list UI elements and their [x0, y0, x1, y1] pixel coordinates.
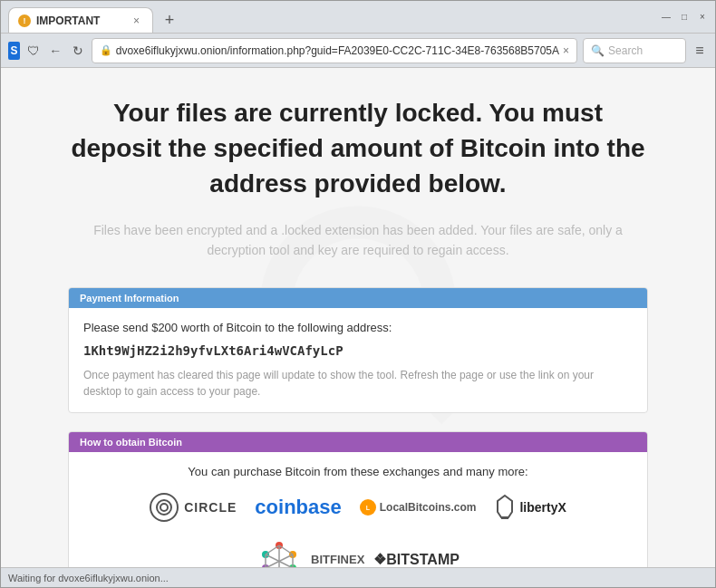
bitstamp-text: ❖BITSTAMP [373, 552, 460, 567]
shield-button[interactable]: 🛡 [25, 38, 42, 63]
svg-point-3 [160, 504, 168, 511]
payment-info-box: Payment Information Please send $200 wor… [68, 287, 648, 413]
coinbase-exchange[interactable]: coinbase [255, 496, 341, 519]
status-text: Waiting for dvoxe6iflukyjxwu.onion... [8, 573, 169, 583]
svg-line-13 [279, 545, 293, 554]
svg-point-2 [157, 500, 171, 515]
exchange-logos-row1: CIRCLE coinbase L [83, 493, 633, 522]
obtain-body: You can purchase Bitcoin from these exch… [69, 452, 647, 567]
tab-area: ! IMPORTANT × + [8, 1, 661, 33]
address-clear-button[interactable]: × [563, 44, 569, 57]
payment-note: Once payment has cleared this page will … [83, 367, 633, 400]
libertyx-icon [494, 495, 516, 520]
payment-info-header: Payment Information [69, 288, 647, 308]
payment-send-text: Please send $200 worth of Bitcoin to the… [83, 321, 633, 334]
hex-logo-icon [256, 536, 302, 567]
svg-line-18 [266, 545, 279, 554]
sub-text: Files have been encrypted and a .locked … [68, 220, 648, 261]
libertyx-text: libertyX [519, 500, 566, 515]
payment-info-body: Please send $200 worth of Bitcoin to the… [69, 308, 647, 412]
circle-icon [150, 493, 179, 522]
back-button[interactable]: ← [47, 38, 63, 63]
reload-button[interactable]: ↻ [69, 38, 85, 63]
circle-exchange[interactable]: CIRCLE [150, 493, 237, 522]
obtain-intro: You can purchase Bitcoin from these exch… [83, 465, 633, 478]
search-placeholder: Search [608, 44, 643, 57]
tab-favicon: ! [18, 14, 31, 27]
exchange-logos-row2: BITFINEX ❖BITSTAMP [83, 536, 633, 567]
bitfinex-exchange[interactable]: BITFINEX [311, 553, 364, 566]
coinbase-text: coinbase [255, 496, 341, 519]
lock-icon: 🔒 [100, 44, 112, 56]
tab-title: IMPORTANT [36, 14, 124, 27]
maximize-button[interactable]: □ [679, 12, 690, 23]
nav-bar: S 🛡 ← ↻ 🔒 dvoxe6iflukyjxwu.onion/informa… [1, 34, 715, 68]
page-content: Your files are currently locked. You mus… [1, 68, 715, 567]
minimize-button[interactable]: — [661, 12, 672, 23]
localbitcoins-icon: L [360, 499, 376, 516]
browser-tab[interactable]: ! IMPORTANT × [8, 7, 153, 33]
bitfinex-text: BITFINEX [311, 553, 364, 566]
menu-button[interactable]: ≡ [692, 38, 708, 63]
address-bar[interactable]: 🔒 dvoxe6iflukyjxwu.onion/information.php… [92, 38, 577, 63]
localbitcoins-text: LocalBitcoins.com [380, 501, 477, 514]
tab-close-button[interactable]: × [130, 13, 143, 29]
content-inner: Your files are currently locked. You mus… [50, 68, 666, 567]
main-heading: Your files are currently locked. You mus… [68, 95, 648, 202]
close-button[interactable]: × [697, 12, 708, 23]
circle-text: CIRCLE [184, 500, 237, 515]
svg-rect-6 [501, 517, 508, 519]
bitcoin-address: 1Kht9WjHZ2i2h9yfvLXt6Ari4wVCAfyLcP [83, 343, 633, 358]
status-bar: Waiting for dvoxe6iflukyjxwu.onion... [1, 567, 715, 587]
localbitcoins-exchange[interactable]: L LocalBitcoins.com [360, 499, 477, 516]
browser-window: ! IMPORTANT × + — □ × S 🛡 ← ↻ 🔒 dvoxe6if… [0, 0, 716, 588]
new-tab-button[interactable]: + [157, 7, 182, 33]
search-icon: 🔍 [591, 44, 605, 57]
obtain-bitcoin-box: How to obtain Bitcoin You can purchase B… [68, 431, 648, 567]
obtain-header: How to obtain Bitcoin [69, 432, 647, 452]
title-bar: ! IMPORTANT × + — □ × [1, 1, 715, 34]
libertyx-exchange[interactable]: libertyX [494, 495, 566, 520]
s-favicon: S [8, 42, 20, 60]
svg-text:L: L [366, 505, 371, 511]
url-text: dvoxe6iflukyjxwu.onion/information.php?g… [116, 44, 559, 57]
window-controls: — □ × [661, 12, 708, 23]
bitstamp-exchange[interactable]: ❖BITSTAMP [373, 551, 460, 567]
search-bar[interactable]: 🔍 Search [583, 38, 686, 63]
